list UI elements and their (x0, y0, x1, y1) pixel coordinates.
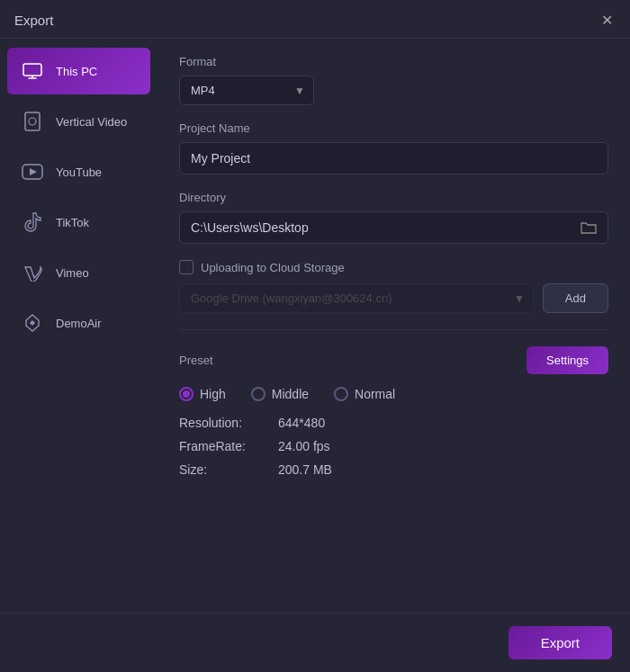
cloud-storage-label: Uploading to Cloud Storage (201, 261, 345, 274)
format-group: Format MP4 MOV AVI GIF ▼ (179, 55, 608, 105)
resolution-label: Resolution: (179, 416, 278, 430)
cloud-storage-group: Uploading to Cloud Storage Google Drive … (179, 260, 608, 313)
main-content: This PC Vertical Video (0, 39, 630, 613)
preset-high-option[interactable]: High (179, 387, 226, 401)
resolution-row: Resolution: 644*480 (179, 416, 608, 430)
size-row: Size: 200.7 MB (179, 462, 608, 477)
export-button[interactable]: Export (508, 626, 612, 659)
sidebar-item-vertical-video[interactable]: Vertical Video (7, 98, 150, 145)
sidebar-item-this-pc[interactable]: This PC (7, 48, 150, 94)
preset-label: Preset (179, 354, 213, 367)
sidebar-label-this-pc: This PC (56, 65, 97, 78)
directory-input[interactable] (180, 212, 570, 243)
export-window: Export ✕ This PC (0, 0, 630, 672)
demoair-icon (20, 310, 45, 336)
framerate-label: FrameRate: (179, 439, 278, 453)
svg-point-2 (29, 118, 36, 125)
bottom-bar: Export (0, 613, 630, 672)
preset-middle-option[interactable]: Middle (251, 387, 309, 401)
svg-rect-0 (23, 64, 41, 76)
window-title: Export (14, 13, 53, 28)
resolution-value: 644*480 (278, 416, 325, 430)
sidebar-item-vimeo[interactable]: Vimeo (7, 249, 150, 296)
sidebar-label-tiktok: TikTok (56, 216, 89, 229)
directory-group: Directory (179, 191, 608, 244)
sidebar-label-vimeo: Vimeo (56, 266, 89, 280)
preset-high-radio[interactable] (179, 387, 194, 401)
sidebar-label-vertical-video: Vertical Video (56, 115, 127, 129)
cloud-dropdown-row: Google Drive (wangxiyan@300624.cn) ▼ Add (179, 283, 608, 313)
preset-middle-label: Middle (272, 387, 309, 401)
cloud-storage-checkbox[interactable] (179, 260, 194, 274)
project-name-group: Project Name (179, 121, 608, 175)
sidebar-item-youtube[interactable]: YouTube (7, 148, 150, 195)
preset-header: Preset Settings (179, 346, 608, 374)
vertical-video-icon (20, 109, 45, 134)
sidebar-label-youtube: YouTube (56, 166, 102, 179)
sidebar-label-demoair: DemoAir (56, 317, 102, 330)
preset-normal-radio[interactable] (334, 387, 348, 401)
format-select[interactable]: MP4 MOV AVI GIF (179, 76, 314, 105)
preset-middle-radio[interactable] (251, 387, 266, 401)
size-value: 200.7 MB (278, 462, 332, 477)
title-bar: Export ✕ (0, 0, 630, 39)
preset-normal-label: Normal (355, 387, 395, 401)
format-label: Format (179, 55, 608, 68)
directory-row (179, 211, 608, 244)
info-grid: Resolution: 644*480 FrameRate: 24.00 fps… (179, 416, 608, 477)
preset-radio-row: High Middle Normal (179, 387, 608, 401)
folder-icon (580, 220, 597, 235)
directory-browse-button[interactable] (570, 213, 608, 242)
project-name-input[interactable] (179, 142, 608, 175)
sidebar: This PC Vertical Video (0, 39, 158, 613)
this-pc-icon (20, 58, 45, 84)
right-panel: Format MP4 MOV AVI GIF ▼ Project Name (158, 39, 630, 613)
svg-rect-1 (25, 112, 40, 130)
sidebar-item-demoair[interactable]: DemoAir (7, 300, 150, 346)
sidebar-item-tiktok[interactable]: TikTok (7, 199, 150, 246)
format-select-wrapper: MP4 MOV AVI GIF ▼ (179, 76, 314, 105)
preset-normal-option[interactable]: Normal (334, 387, 395, 401)
svg-marker-4 (30, 168, 37, 175)
size-label: Size: (179, 462, 278, 477)
project-name-label: Project Name (179, 121, 608, 135)
cloud-checkbox-row: Uploading to Cloud Storage (179, 260, 608, 274)
vimeo-icon (20, 260, 45, 285)
directory-label: Directory (179, 191, 608, 204)
framerate-row: FrameRate: 24.00 fps (179, 439, 608, 453)
add-cloud-button[interactable]: Add (543, 283, 608, 313)
divider (179, 329, 608, 330)
settings-button[interactable]: Settings (526, 346, 608, 374)
close-button[interactable]: ✕ (598, 11, 616, 29)
tiktok-icon (20, 210, 45, 235)
cloud-service-select-wrapper: Google Drive (wangxiyan@300624.cn) ▼ (179, 283, 534, 313)
framerate-value: 24.00 fps (278, 439, 330, 453)
youtube-icon (20, 159, 45, 184)
cloud-service-select[interactable]: Google Drive (wangxiyan@300624.cn) (179, 283, 534, 313)
preset-high-label: High (200, 387, 226, 401)
